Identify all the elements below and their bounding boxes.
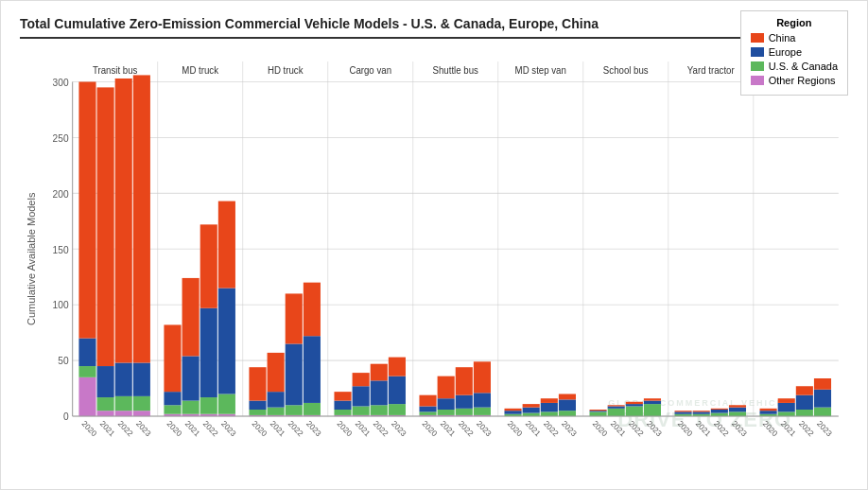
svg-text:150: 150 bbox=[53, 244, 69, 254]
legend-item-europe: Europe bbox=[751, 46, 838, 58]
other-color-swatch bbox=[751, 76, 764, 85]
svg-rect-175 bbox=[729, 405, 746, 407]
svg-rect-75 bbox=[304, 403, 321, 415]
svg-rect-92 bbox=[371, 405, 388, 415]
legend-label-europe: Europe bbox=[769, 46, 802, 58]
legend: Region China Europe U.S. & Canada Other … bbox=[740, 10, 848, 96]
svg-text:MD truck: MD truck bbox=[182, 65, 218, 76]
svg-text:2023: 2023 bbox=[730, 419, 749, 439]
svg-rect-110 bbox=[438, 398, 455, 410]
svg-rect-16 bbox=[78, 366, 95, 377]
svg-rect-115 bbox=[456, 395, 473, 409]
svg-text:2022: 2022 bbox=[627, 419, 646, 439]
legend-item-china: China bbox=[751, 32, 838, 44]
svg-rect-181 bbox=[760, 409, 777, 411]
svg-text:300: 300 bbox=[53, 78, 69, 88]
svg-rect-76 bbox=[304, 336, 321, 403]
svg-text:Shuttle bus: Shuttle bus bbox=[433, 65, 478, 76]
svg-rect-43 bbox=[182, 401, 200, 414]
svg-rect-127 bbox=[504, 409, 521, 411]
svg-rect-174 bbox=[729, 408, 746, 412]
svg-rect-83 bbox=[334, 401, 351, 410]
svg-rect-188 bbox=[796, 395, 813, 410]
svg-rect-70 bbox=[286, 405, 303, 415]
svg-text:MD step van: MD step van bbox=[515, 65, 566, 76]
svg-rect-189 bbox=[796, 386, 813, 394]
svg-text:250: 250 bbox=[53, 132, 69, 143]
y-axis-label: Cumulative Available Models bbox=[20, 46, 39, 472]
svg-rect-157 bbox=[644, 398, 661, 400]
svg-rect-38 bbox=[164, 405, 181, 413]
svg-rect-156 bbox=[644, 401, 661, 405]
svg-rect-139 bbox=[559, 394, 576, 400]
svg-text:2022: 2022 bbox=[542, 419, 561, 439]
svg-text:2021: 2021 bbox=[354, 419, 373, 439]
svg-text:2020: 2020 bbox=[591, 419, 610, 439]
svg-text:2021: 2021 bbox=[779, 419, 798, 439]
legend-label-china: China bbox=[769, 32, 796, 44]
svg-rect-49 bbox=[200, 308, 217, 397]
svg-text:2022: 2022 bbox=[116, 419, 135, 439]
svg-text:2022: 2022 bbox=[372, 419, 391, 439]
svg-rect-180 bbox=[760, 411, 777, 414]
svg-rect-191 bbox=[814, 408, 831, 416]
svg-rect-22 bbox=[97, 366, 114, 397]
svg-rect-48 bbox=[200, 397, 217, 414]
svg-text:2021: 2021 bbox=[609, 419, 628, 439]
svg-rect-116 bbox=[456, 367, 473, 394]
svg-rect-121 bbox=[474, 361, 491, 393]
svg-text:2020: 2020 bbox=[336, 419, 355, 439]
svg-text:2020: 2020 bbox=[421, 419, 440, 439]
svg-rect-40 bbox=[164, 324, 181, 392]
svg-text:2023: 2023 bbox=[560, 419, 579, 439]
legend-label-us: U.S. & Canada bbox=[769, 61, 838, 72]
svg-rect-26 bbox=[115, 396, 132, 411]
svg-text:2023: 2023 bbox=[219, 419, 238, 439]
svg-rect-32 bbox=[133, 363, 150, 396]
svg-text:2020: 2020 bbox=[761, 419, 780, 439]
svg-text:100: 100 bbox=[53, 300, 69, 310]
svg-rect-27 bbox=[115, 363, 132, 396]
svg-rect-18 bbox=[78, 82, 95, 339]
svg-text:2023: 2023 bbox=[304, 419, 323, 439]
china-color-swatch bbox=[751, 33, 764, 43]
svg-rect-192 bbox=[814, 390, 831, 408]
svg-rect-184 bbox=[778, 403, 795, 411]
us-color-swatch bbox=[751, 61, 764, 71]
svg-rect-185 bbox=[778, 398, 795, 403]
svg-text:2021: 2021 bbox=[694, 419, 713, 439]
svg-rect-106 bbox=[419, 395, 436, 407]
svg-rect-53 bbox=[218, 394, 235, 414]
svg-text:2020: 2020 bbox=[506, 419, 525, 439]
legend-title: Region bbox=[751, 17, 838, 28]
svg-rect-145 bbox=[590, 410, 607, 411]
chart-container: Total Cumulative Zero-Emission Commercia… bbox=[0, 0, 868, 490]
svg-rect-155 bbox=[644, 404, 661, 416]
svg-rect-147 bbox=[608, 409, 625, 416]
svg-rect-162 bbox=[675, 411, 692, 413]
svg-text:2021: 2021 bbox=[524, 419, 543, 439]
svg-rect-98 bbox=[389, 376, 406, 404]
svg-text:2023: 2023 bbox=[645, 419, 664, 439]
svg-text:2022: 2022 bbox=[286, 419, 305, 439]
svg-text:2022: 2022 bbox=[201, 419, 220, 439]
svg-rect-137 bbox=[559, 411, 576, 416]
svg-rect-66 bbox=[268, 392, 285, 407]
legend-label-other: Other Regions bbox=[769, 75, 836, 86]
svg-rect-77 bbox=[304, 283, 321, 337]
svg-rect-55 bbox=[218, 201, 235, 289]
svg-rect-119 bbox=[474, 408, 491, 415]
svg-rect-134 bbox=[541, 403, 558, 411]
legend-item-us: U.S. & Canada bbox=[751, 61, 838, 72]
svg-rect-93 bbox=[371, 380, 388, 405]
svg-rect-130 bbox=[523, 408, 540, 413]
main-chart-svg: 050100150200250300Transit bus20202021202… bbox=[39, 46, 848, 472]
chart-title: Total Cumulative Zero-Emission Commercia… bbox=[20, 16, 848, 39]
svg-rect-143 bbox=[590, 411, 607, 416]
svg-text:50: 50 bbox=[58, 356, 69, 366]
svg-rect-183 bbox=[778, 411, 795, 416]
svg-text:2020: 2020 bbox=[80, 419, 99, 439]
svg-text:2020: 2020 bbox=[251, 419, 269, 439]
svg-rect-84 bbox=[334, 392, 351, 400]
svg-text:200: 200 bbox=[53, 188, 69, 199]
